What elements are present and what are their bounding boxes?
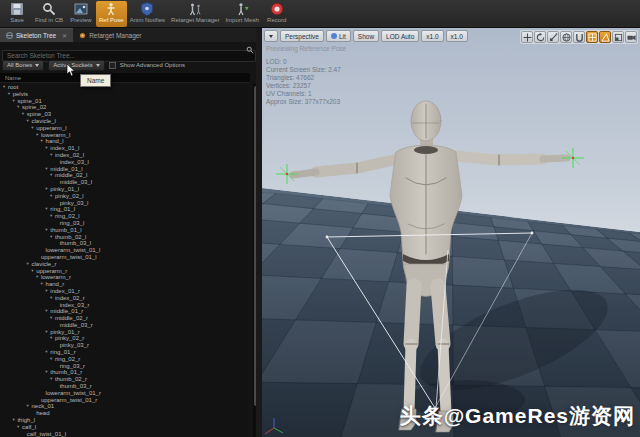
tree-row-lowerarm_twist_01_r[interactable]: lowerarm_twist_01_r	[0, 390, 248, 397]
show-button[interactable]: Show	[353, 30, 379, 42]
bone-label: thigh_l	[17, 417, 35, 423]
preview-button[interactable]: Preview	[66, 1, 96, 27]
tree-row-pinky_02_l[interactable]: ▾pinky_02_l	[0, 193, 248, 200]
tree-row-thumb_02_l[interactable]: ▾thumb_02_l	[0, 234, 248, 241]
tree-row-ring_03_r[interactable]: ring_03_r	[0, 363, 248, 370]
save-button[interactable]: Save	[2, 1, 32, 27]
all-bones-dropdown[interactable]: All Bones	[2, 60, 44, 71]
tree-row-index_02_r[interactable]: ▾index_02_r	[0, 295, 248, 302]
bone-label: pinky_01_r	[50, 329, 79, 335]
bone-label: thumb_01_l	[50, 227, 81, 233]
stat-line: LOD: 0	[266, 58, 341, 66]
tree-row-thumb_03_l[interactable]: thumb_03_l	[0, 240, 248, 247]
tree-row-pinky_03_r[interactable]: pinky_03_r	[0, 342, 248, 349]
show-advanced-options-checkbox[interactable]	[109, 62, 116, 69]
find-in-cb-button[interactable]: Find in CB	[32, 1, 66, 27]
tree-row-pinky_02_r[interactable]: ▾pinky_02_r	[0, 335, 248, 342]
tree-row-root[interactable]: ▾root	[0, 84, 248, 91]
tree-row-lowerarm_l[interactable]: ▾lowerarm_l	[0, 132, 248, 139]
turntable-speed-button[interactable]: x1.0	[446, 30, 468, 42]
tree-row-upperarm_twist_01_l[interactable]: upperarm_twist_01_l	[0, 254, 248, 261]
tree-row-hand_r[interactable]: ▾hand_r	[0, 281, 248, 288]
record-button[interactable]: Record	[262, 1, 292, 27]
tree-row-middle_03_r[interactable]: middle_03_r	[0, 322, 248, 329]
search-row	[2, 44, 256, 56]
tree-row-middle_01_r[interactable]: ▾middle_01_r	[0, 308, 248, 315]
tree-row-hand_l[interactable]: ▾hand_l	[0, 138, 248, 145]
tree-row-neck_01[interactable]: ▾neck_01	[0, 403, 248, 410]
tree-row-middle_01_l[interactable]: ▾middle_01_l	[0, 166, 248, 173]
tree-row-upperarm_twist_01_r[interactable]: upperarm_twist_01_r	[0, 397, 248, 404]
viewport-options-button[interactable]	[264, 30, 278, 42]
toolbar-button-label: Preview	[70, 17, 91, 23]
ref-pose-button[interactable]: Ref Pose	[96, 1, 127, 27]
lod-auto-button[interactable]: LOD Auto	[381, 30, 419, 42]
tree-row-thumb_02_r[interactable]: ▾thumb_02_r	[0, 376, 248, 383]
tree-row-lowerarm_twist_01_l[interactable]: lowerarm_twist_01_l	[0, 247, 248, 254]
tree-row-ring_02_r[interactable]: ▾ring_02_r	[0, 356, 248, 363]
tree-row-pinky_01_l[interactable]: ▾pinky_01_l	[0, 186, 248, 193]
tab-retarget-manager[interactable]: Retarget Manager	[73, 28, 147, 42]
tree-row-spine_03[interactable]: ▾spine_03	[0, 111, 248, 118]
tree-row-index_02_l[interactable]: ▾index_02_l	[0, 152, 248, 159]
world-coordinate-icon[interactable]	[560, 31, 572, 43]
preview-status-text: Previewing Reference Pose	[266, 45, 346, 52]
tree-row-pinky_01_r[interactable]: ▾pinky_01_r	[0, 329, 248, 336]
tree-row-spine_01[interactable]: ▾spine_01	[0, 98, 248, 105]
tree-row-ring_03_l[interactable]: ring_03_l	[0, 220, 248, 227]
tree-row-calf_twist_01_l[interactable]: calf_twist_01_l	[0, 431, 248, 437]
tree-row-thigh_l[interactable]: ▾thigh_l	[0, 417, 248, 424]
active-sockets-dropdown[interactable]: Active Sockets	[48, 60, 104, 71]
tree-row-spine_02[interactable]: ▾spine_02	[0, 104, 248, 111]
tree-row-ring_01_l[interactable]: ▾ring_01_l	[0, 206, 248, 213]
bone-label: thumb_02_l	[55, 234, 86, 240]
rotate-tool-icon[interactable]	[534, 31, 546, 43]
grid-snap-icon[interactable]	[586, 31, 598, 43]
tree-row-thumb_01_l[interactable]: ▾thumb_01_l	[0, 227, 248, 234]
tree-row-lowerarm_r[interactable]: ▾lowerarm_r	[0, 274, 248, 281]
rotation-snap-icon[interactable]	[599, 31, 611, 43]
bone-tree: ▾root▾pelvis▾spine_01▾spine_02▾spine_03▾…	[0, 84, 248, 437]
camera-speed-icon[interactable]	[625, 31, 637, 43]
tree-column-header[interactable]: Name	[0, 73, 250, 83]
tree-row-middle_02_l[interactable]: ▾middle_02_l	[0, 172, 248, 179]
anim-notifies-button[interactable]: Anim Notifies	[127, 1, 168, 27]
tree-row-upperarm_r[interactable]: ▾upperarm_r	[0, 268, 248, 275]
tree-row-upperarm_l[interactable]: ▾upperarm_l	[0, 125, 248, 132]
surface-snap-icon[interactable]	[573, 31, 585, 43]
preview-viewport[interactable]: Perspective Lit Show LOD Auto x1.0 x1.0 …	[262, 28, 640, 437]
tree-row-head[interactable]: head	[0, 410, 248, 417]
tree-row-pinky_03_l[interactable]: pinky_03_l	[0, 200, 248, 207]
perspective-button[interactable]: Perspective	[280, 30, 324, 42]
tree-row-ring_02_l[interactable]: ▾ring_02_l	[0, 213, 248, 220]
tree-row-middle_03_l[interactable]: middle_03_l	[0, 179, 248, 186]
tree-row-ring_01_r[interactable]: ▾ring_01_r	[0, 349, 248, 356]
bone-label: middle_03_r	[60, 322, 93, 328]
tree-row-index_03_r[interactable]: index_03_r	[0, 302, 248, 309]
shield-icon	[140, 2, 154, 16]
stat-line: Triangles: 47662	[266, 74, 341, 82]
scale-snap-icon[interactable]	[612, 31, 624, 43]
tree-row-pelvis[interactable]: ▾pelvis	[0, 91, 248, 98]
tree-row-index_03_l[interactable]: index_03_l	[0, 159, 248, 166]
tree-row-middle_02_r[interactable]: ▾middle_02_r	[0, 315, 248, 322]
tree-row-clavicle_l[interactable]: ▾clavicle_l	[0, 118, 248, 125]
scale-tool-icon[interactable]	[547, 31, 559, 43]
tree-row-thumb_01_r[interactable]: ▾thumb_01_r	[0, 369, 248, 376]
toolbar-button-label: Save	[10, 17, 24, 23]
import-mesh-button[interactable]: Import Mesh	[222, 1, 261, 27]
lit-mode-button[interactable]: Lit	[326, 30, 351, 42]
tree-row-thumb_03_r[interactable]: thumb_03_r	[0, 383, 248, 390]
bone-label: pinky_01_l	[50, 186, 79, 192]
playback-speed-button[interactable]: x1.0	[421, 30, 443, 42]
move-tool-icon[interactable]	[521, 31, 533, 43]
retarget-manager-button[interactable]: Retarget Manager	[168, 1, 222, 27]
bone-label: ring_02_l	[55, 213, 80, 219]
tree-row-calf_l[interactable]: ▾calf_l	[0, 424, 248, 431]
tab-skeleton-tree[interactable]: Skeleton Tree ✕	[0, 28, 73, 42]
tree-row-index_01_l[interactable]: ▾index_01_l	[0, 145, 248, 152]
bone-label: lowerarm_twist_01_l	[46, 247, 101, 253]
close-icon[interactable]: ✕	[62, 32, 67, 39]
tree-row-clavicle_r[interactable]: ▾clavicle_r	[0, 261, 248, 268]
tree-row-index_01_r[interactable]: ▾index_01_r	[0, 288, 248, 295]
